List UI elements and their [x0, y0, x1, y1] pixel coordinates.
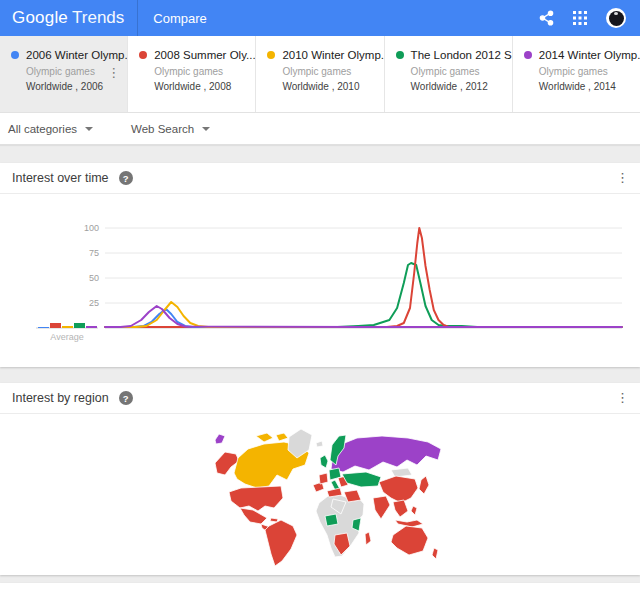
card-title: Interest over time: [12, 171, 109, 185]
filters-bar: All categories Web Search: [0, 113, 640, 145]
average-bar: [62, 326, 73, 328]
term-subtitle: Olympic games: [154, 66, 249, 77]
y-axis-tick-label: 50: [89, 273, 99, 283]
help-icon[interactable]: ?: [119, 171, 133, 185]
region-russia[interactable]: [331, 436, 441, 472]
term-card-2014-winter[interactable]: 2014 Winter Olymp... Olympic games World…: [513, 36, 640, 112]
series-color-dot: [396, 51, 404, 59]
next-card-stub: [0, 583, 640, 593]
term-scope: Worldwide , 2012: [411, 81, 506, 92]
caret-down-icon: [85, 127, 93, 131]
region-korea-japan[interactable]: [419, 476, 429, 494]
region-turkey[interactable]: [327, 488, 342, 497]
term-scope: Worldwide , 2006: [26, 81, 121, 92]
series-color-dot: [139, 51, 147, 59]
search-type-filter-dropdown[interactable]: Web Search: [131, 123, 210, 135]
term-card-2006-winter[interactable]: 2006 Winter Olymp... Olympic games World…: [0, 36, 128, 112]
term-title: 2008 Summer Oly...: [154, 49, 255, 61]
google-trends-page: { "header": { "logo_part1": "Google", "l…: [0, 0, 640, 593]
interest-over-time-card: Interest over time ? ⋮ 255075100Average: [0, 163, 640, 367]
help-icon[interactable]: ?: [119, 391, 133, 405]
category-filter-label: All categories: [8, 123, 77, 135]
region-uk[interactable]: [320, 455, 328, 468]
region-se-asia[interactable]: [393, 500, 408, 517]
y-axis-tick-label: 100: [84, 223, 99, 233]
logo-google-text: Google: [12, 8, 68, 28]
interest-over-time-chart[interactable]: 255075100Average: [0, 198, 640, 356]
account-avatar-image: [609, 11, 624, 26]
appbar-divider: [137, 0, 138, 36]
region-iceland[interactable]: [316, 441, 323, 447]
region-arctic-islands[interactable]: [276, 433, 288, 441]
term-title: 2010 Winter Olymp...: [282, 49, 384, 61]
region-australia[interactable]: [391, 526, 428, 555]
share-icon[interactable]: [539, 10, 554, 26]
region-madagascar[interactable]: [365, 532, 371, 545]
average-bar: [38, 327, 49, 328]
interest-by-region-card: Interest by region ? ⋮: [0, 383, 640, 575]
region-france[interactable]: [319, 473, 328, 484]
apps-grid-icon[interactable]: [573, 11, 587, 25]
series-line: [105, 263, 622, 327]
average-axis-label: Average: [50, 332, 83, 342]
region-chukotka[interactable]: [215, 434, 225, 444]
card-menu-kebab-icon[interactable]: ⋮: [616, 171, 629, 185]
term-card-london-2012[interactable]: The London 2012 S... Olympic games World…: [385, 36, 513, 112]
term-subtitle: Olympic games: [411, 66, 506, 77]
interest-over-time-header: Interest over time ? ⋮: [0, 163, 640, 194]
term-card-2008-summer[interactable]: 2008 Summer Oly... Olympic games Worldwi…: [128, 36, 256, 112]
term-scope: Worldwide , 2010: [282, 81, 377, 92]
average-bar: [50, 323, 61, 328]
nav-compare[interactable]: Compare: [153, 11, 206, 26]
term-scope: Worldwide , 2014: [539, 81, 634, 92]
region-mexico[interactable]: [240, 508, 267, 524]
region-india[interactable]: [373, 496, 390, 519]
timeline-chart-area: 255075100Average: [0, 198, 640, 356]
term-menu-kebab-icon[interactable]: ⋮: [107, 66, 120, 79]
series-color-dot: [524, 51, 532, 59]
region-indonesia[interactable]: [395, 520, 423, 527]
region-caribbean[interactable]: [270, 518, 278, 522]
account-avatar[interactable]: [606, 8, 626, 28]
y-axis-tick-label: 25: [89, 298, 99, 308]
google-trends-logo[interactable]: Google Trends: [12, 8, 124, 28]
term-title: The London 2012 S...: [411, 49, 513, 61]
y-axis-tick-label: 75: [89, 248, 99, 258]
region-west-africa[interactable]: [325, 514, 338, 526]
search-type-filter-label: Web Search: [131, 123, 194, 135]
caret-down-icon: [202, 127, 210, 131]
term-card-2010-winter[interactable]: 2010 Winter Olymp... Olympic games World…: [256, 36, 384, 112]
comparison-terms-row: 2006 Winter Olymp... Olympic games World…: [0, 36, 640, 113]
term-subtitle: Olympic games: [282, 66, 377, 77]
region-arctic-islands[interactable]: [256, 433, 273, 442]
logo-trends-text: Trends: [72, 8, 124, 28]
category-filter-dropdown[interactable]: All categories: [8, 123, 93, 135]
app-bar: Google Trends Compare: [0, 0, 640, 36]
region-new-zealand[interactable]: [432, 548, 438, 559]
region-mongolia[interactable]: [391, 468, 412, 477]
term-title: 2014 Winter Olymp...: [539, 49, 640, 61]
card-title: Interest by region: [12, 391, 109, 405]
region-usa[interactable]: [229, 486, 283, 511]
interest-by-region-header: Interest by region ? ⋮: [0, 383, 640, 414]
term-title: 2006 Winter Olymp...: [26, 49, 128, 61]
term-subtitle: Olympic games: [539, 66, 634, 77]
series-line: [105, 309, 622, 327]
region-philippines[interactable]: [411, 506, 417, 515]
average-bar: [86, 326, 97, 328]
card-menu-kebab-icon[interactable]: ⋮: [616, 391, 629, 405]
series-color-dot: [267, 51, 275, 59]
term-scope: Worldwide , 2008: [154, 81, 249, 92]
series-line: [105, 302, 622, 327]
region-south-america[interactable]: [265, 520, 297, 566]
world-choropleth-map[interactable]: [170, 423, 470, 573]
average-bar: [74, 323, 85, 328]
series-color-dot: [11, 51, 19, 59]
